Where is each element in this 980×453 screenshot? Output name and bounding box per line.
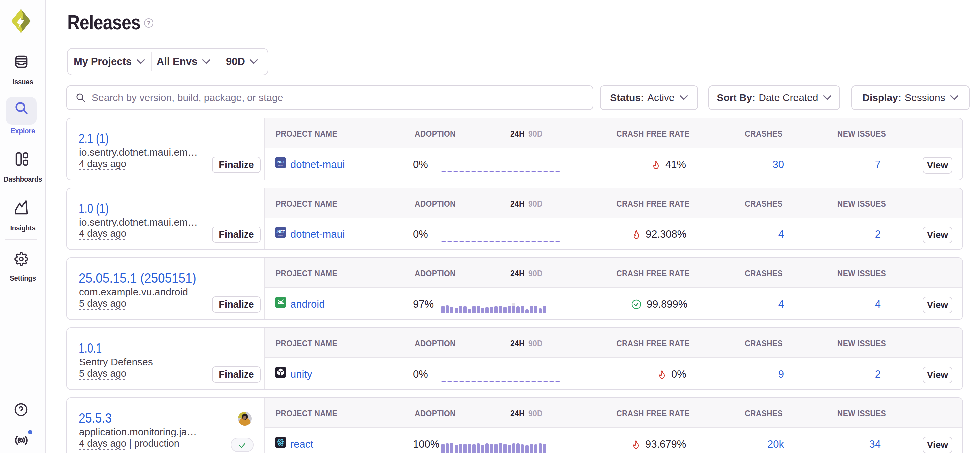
svg-text:MAUI: MAUI	[278, 235, 283, 237]
svg-text:MAUI: MAUI	[278, 165, 283, 167]
svg-text:.NET: .NET	[277, 230, 285, 234]
svg-text:.NET: .NET	[277, 160, 285, 164]
